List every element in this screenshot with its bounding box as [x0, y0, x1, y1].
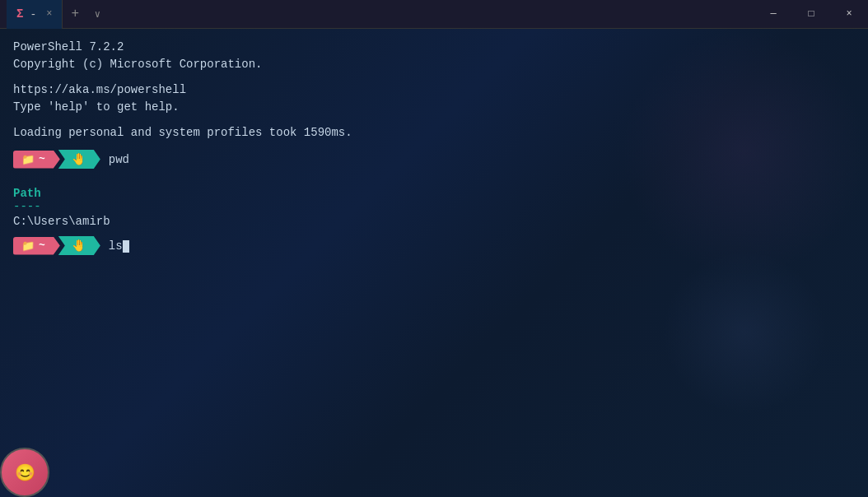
output-path-separator: ----	[13, 200, 855, 213]
terminal-line-5: Type 'help' to get help.	[13, 99, 855, 116]
prompt-home-badge-2: 📁 ~	[13, 237, 60, 255]
tab-label: -	[30, 8, 36, 21]
taskbar-avatar: 😊	[0, 448, 49, 497]
tilde-label-2: ~	[39, 239, 45, 252]
cursor-blink	[123, 240, 129, 253]
flame-icon-2: 🤚	[72, 239, 86, 253]
flame-icon-1: 🤚	[72, 152, 86, 166]
output-spacer-1	[13, 172, 855, 180]
terminal-window[interactable]: PowerShell 7.2.2 Copyright (c) Microsoft…	[0, 29, 868, 497]
prompt-arrow-badge-1: 🤚	[58, 150, 100, 169]
terminal-line-4: https://aka.ms/powershell	[13, 81, 855, 99]
tilde-label-1: ~	[39, 153, 45, 165]
prompt-home-badge-1: 📁 ~	[13, 151, 60, 169]
minimize-button[interactable]: —	[754, 0, 792, 29]
avatar-icon: 😊	[15, 462, 35, 483]
prompt-arrow-badge-2: 🤚	[58, 236, 100, 255]
folder-icon-2: 📁	[21, 239, 35, 253]
new-tab-button[interactable]: +	[63, 0, 87, 29]
terminal-line-3	[13, 73, 855, 81]
output-path-value: C:\Users\amirb	[13, 215, 855, 228]
terminal-line-1: PowerShell 7.2.2	[13, 39, 855, 56]
prompt-command-1: pwd	[109, 153, 129, 166]
tab-dropdown-button[interactable]: ∨	[87, 0, 107, 29]
maximize-button[interactable]: □	[792, 0, 830, 29]
output-path-header: Path	[13, 187, 855, 200]
terminal-content: PowerShell 7.2.2 Copyright (c) Microsoft…	[13, 39, 855, 255]
titlebar: Σ - × + ∨ — □ ×	[0, 0, 868, 29]
titlebar-left: Σ - × + ∨	[0, 0, 754, 29]
window-controls: — □ ×	[754, 0, 868, 29]
active-tab[interactable]: Σ - ×	[7, 0, 63, 29]
prompt-row-2: 📁 ~ 🤚 ls	[13, 236, 855, 255]
folder-icon-1: 📁	[21, 153, 35, 166]
terminal-line-2: Copyright (c) Microsoft Corporation.	[13, 56, 855, 73]
terminal-line-6	[13, 116, 855, 124]
tab-close-button[interactable]: ×	[46, 8, 52, 20]
prompt-command-2[interactable]: ls	[109, 239, 129, 253]
terminal-line-7: Loading personal and system profiles too…	[13, 124, 855, 142]
tab-shell-icon: Σ	[16, 7, 23, 21]
close-button[interactable]: ×	[830, 0, 868, 29]
prompt-row-1: 📁 ~ 🤚 pwd	[13, 150, 855, 169]
